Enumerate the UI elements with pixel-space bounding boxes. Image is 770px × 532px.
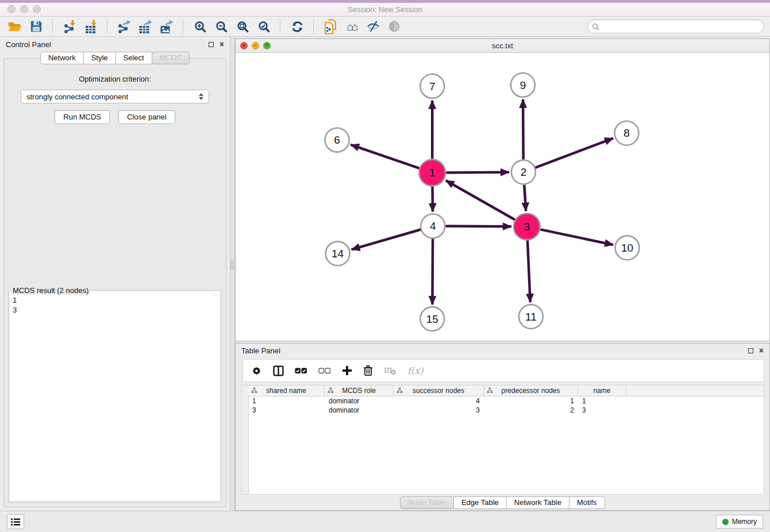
import-network-button[interactable] [60,18,79,34]
hide-selected-button[interactable] [364,18,382,34]
mcds-result-text[interactable]: 1 3 [9,295,221,296]
column-header-successor-nodes[interactable]: successor nodes [394,385,484,396]
open-session-button[interactable] [6,18,24,34]
import-table-button[interactable] [82,18,100,34]
tab-network-table[interactable]: Network Table [506,496,569,509]
clone-network-button[interactable] [321,18,340,34]
table-panel-float-icon[interactable] [748,348,753,353]
graph-node-9[interactable]: 9 [511,73,535,97]
show-all-button[interactable] [385,18,403,34]
network-graph[interactable]: 7968124314101511 [236,53,769,341]
graph-edge-2-3[interactable] [524,185,526,211]
tab-edge-table[interactable]: Edge Table [453,496,507,509]
graph-edge-2-9[interactable] [523,99,523,160]
network-close-button[interactable]: × [240,42,248,49]
close-window-button[interactable] [7,5,16,13]
splitter-grip-icon[interactable] [230,260,233,270]
criterion-select[interactable]: strongly connected component [21,90,209,103]
deselect-all-button[interactable] [318,368,331,374]
graph-node-1[interactable]: 1 [419,160,445,186]
memory-button[interactable]: Memory [716,515,763,529]
zoom-window-button[interactable] [33,5,41,13]
select-all-button[interactable] [295,368,307,374]
cell-successor-nodes[interactable]: 3 [394,406,484,414]
control-panel-float-icon[interactable] [209,42,214,47]
function-builder-button[interactable]: f(x) [407,365,423,376]
graph-edge-1-2[interactable] [446,172,509,173]
table-settings-button[interactable] [251,365,262,376]
graph-node-14[interactable]: 14 [326,241,350,265]
cell-mcds-role[interactable]: dominator [325,397,394,405]
cell-successor-nodes[interactable]: 4 [394,397,484,405]
cell-shared-name[interactable]: 3 [248,406,325,414]
group-nodes-button[interactable]: ⌂⌂ [342,18,361,34]
control-panel-close-icon[interactable]: × [220,40,224,48]
column-header-shared-name[interactable]: shared name [248,385,325,396]
graph-edge-3-11[interactable] [528,240,530,302]
close-panel-button[interactable]: Close panel [118,110,175,124]
run-mcds-button[interactable]: Run MCDS [55,110,110,124]
minimize-window-button[interactable] [20,5,28,13]
toolbar-separator [280,20,281,33]
panel-splitter[interactable] [230,37,235,511]
graph-edge-4-14[interactable] [352,229,421,249]
cell-mcds-role[interactable]: dominator [325,406,394,414]
tab-motifs[interactable]: Motifs [569,496,605,509]
graph-edge-4-3[interactable] [445,226,511,227]
tab-mcds[interactable]: MCDS [152,52,190,64]
cell-name[interactable]: 3 [578,406,626,414]
add-column-button[interactable] [342,365,352,376]
node-table[interactable]: shared name MCDS role successor nodes [241,385,764,495]
zoom-selected-button[interactable] [255,18,273,34]
zoom-out-icon [215,21,228,33]
graph-node-8[interactable]: 8 [615,121,639,145]
export-network-button[interactable] [115,18,133,34]
delete-column-button[interactable] [363,365,373,376]
column-header-mcds-role[interactable]: MCDS role [325,385,394,396]
save-session-button[interactable] [27,18,45,34]
graph-node-4[interactable]: 4 [421,214,445,238]
graph-edge-3-10[interactable] [540,229,613,245]
zoom-fit-button[interactable] [233,18,252,34]
graph-node-6[interactable]: 6 [325,128,349,152]
zoom-in-button[interactable] [191,18,209,34]
tab-style[interactable]: Style [83,52,116,64]
show-columns-button[interactable] [273,365,284,376]
graph-node-15[interactable]: 15 [420,307,444,331]
column-header-predecessor-nodes[interactable]: predecessor nodes [484,385,578,396]
graph-node-3[interactable]: 3 [514,213,540,240]
tab-select[interactable]: Select [116,52,152,64]
graph-edge-3-1[interactable] [446,180,515,220]
tab-node-table[interactable]: Node Table [400,496,454,509]
tab-network[interactable]: Network [40,52,84,64]
cell-predecessor-nodes[interactable]: 2 [484,406,578,414]
search-field[interactable] [587,20,764,33]
graph-edge-2-8[interactable] [535,138,613,168]
cell-name[interactable]: 1 [578,397,626,405]
cell-predecessor-nodes[interactable]: 1 [484,397,578,405]
apply-layout-button[interactable] [288,18,306,34]
graph-node-10[interactable]: 10 [615,236,640,260]
table-panel-close-icon[interactable]: × [759,346,764,354]
graph-edge-1-6[interactable] [351,145,419,168]
result-scrollbar[interactable] [213,295,221,296]
network-minimize-button[interactable]: − [252,42,259,49]
graph-node-7[interactable]: 7 [420,74,444,98]
zoom-out-button[interactable] [212,18,230,34]
task-history-button[interactable] [7,514,24,529]
plus-icon [342,365,352,376]
cell-shared-name[interactable]: 1 [248,397,325,405]
table-row[interactable]: 1 dominator 4 1 1 [248,396,764,406]
table-row[interactable]: 3 dominator 3 2 3 [248,406,764,415]
graph-node-label: 1 [429,167,436,179]
search-input[interactable] [602,22,760,31]
graph-node-11[interactable]: 11 [519,304,543,329]
column-header-name[interactable]: name [578,385,626,396]
delete-table-button[interactable] [384,366,396,375]
graph-node-2[interactable]: 2 [511,160,536,184]
export-table-button[interactable] [136,18,155,34]
network-maximize-button[interactable]: + [263,42,271,49]
graph-edge-4-15[interactable] [432,238,433,304]
export-image-button[interactable] [157,18,176,34]
network-canvas[interactable]: 7968124314101511 [236,53,769,341]
